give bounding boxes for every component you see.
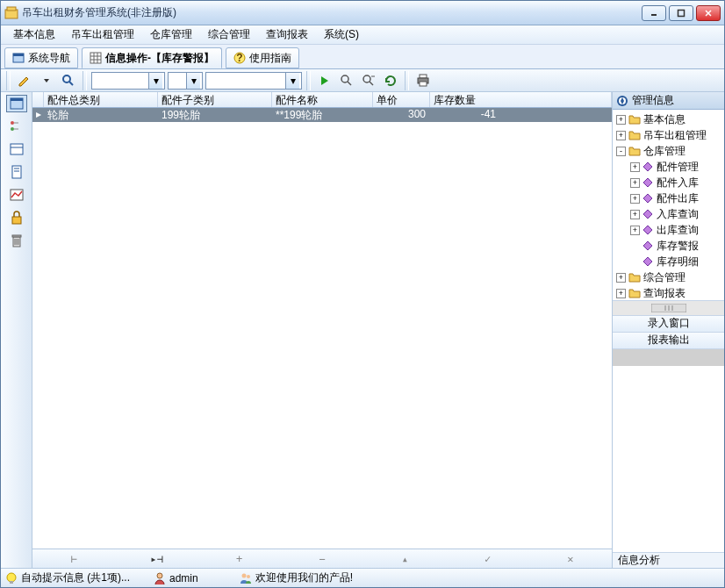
tree-label: 入库查询 (657, 207, 699, 222)
view-list-button[interactable] (6, 140, 27, 158)
expand-icon[interactable]: + (616, 289, 626, 298)
bulb-icon (4, 571, 18, 585)
edit-button[interactable] (15, 71, 34, 90)
chevron-down-icon[interactable]: ▾ (148, 73, 162, 89)
col-3[interactable]: 单价 (373, 92, 430, 107)
tab-guide[interactable]: ? 使用指南 (226, 47, 299, 68)
close-button[interactable] (696, 5, 721, 21)
search-one-button[interactable] (359, 71, 378, 90)
view-lock-button[interactable] (6, 209, 27, 226)
tree-node[interactable]: +综合管理 (613, 269, 724, 285)
window-buttons (642, 5, 721, 21)
menu-system[interactable]: 系统(S) (317, 25, 366, 44)
tree-node[interactable]: 库存明细 (613, 254, 724, 269)
tree-node[interactable]: +配件管理 (613, 159, 724, 175)
nav-cancel[interactable]: ✕ (553, 553, 588, 565)
help-icon: ? (233, 52, 246, 64)
status-tip[interactable]: 自动提示信息 (共1项)... (4, 570, 130, 585)
view-tree-button[interactable] (6, 118, 27, 135)
tree-node[interactable]: +入库查询 (613, 206, 724, 222)
chevron-down-icon[interactable]: ▾ (186, 73, 200, 89)
menu-basic[interactable]: 基本信息 (6, 25, 62, 44)
menu-crane[interactable]: 吊车出租管理 (64, 25, 141, 44)
tree-node[interactable]: 库存警报 (613, 238, 724, 254)
svg-line-18 (348, 82, 351, 85)
info-analysis-label[interactable]: 信息分析 (613, 552, 724, 568)
expand-icon[interactable]: + (616, 115, 626, 125)
view-chart-button[interactable] (6, 186, 27, 204)
tree-node[interactable]: +配件入库 (613, 175, 724, 190)
col-4[interactable]: 库存数量 (430, 92, 612, 107)
menu-report[interactable]: 查询报表 (259, 25, 315, 44)
nav-add[interactable]: + (222, 553, 257, 565)
view-window-button[interactable] (6, 95, 27, 112)
search-all-button[interactable] (337, 71, 356, 90)
expand-icon[interactable]: + (630, 162, 640, 172)
user-icon (153, 571, 167, 585)
minimize-button[interactable] (642, 5, 666, 21)
tree-node[interactable]: -仓库管理 (613, 143, 724, 159)
expand-icon[interactable]: + (630, 210, 640, 219)
nav-post[interactable]: ✓ (470, 553, 506, 565)
svg-point-52 (241, 573, 246, 577)
print-button[interactable] (413, 71, 433, 90)
col-1[interactable]: 配件子类别 (158, 92, 272, 107)
svg-point-19 (363, 75, 370, 82)
grid-row[interactable]: ▸ 轮胎 199轮胎 **199轮胎 300 -41 (32, 108, 612, 122)
combo-3[interactable]: ▾ (205, 72, 302, 90)
menu-warehouse[interactable]: 仓库管理 (143, 25, 199, 44)
expand-icon[interactable]: + (616, 131, 626, 140)
combo-1-input[interactable] (92, 75, 148, 87)
view-trash-button[interactable] (6, 232, 27, 249)
nav-tree[interactable]: +基本信息+吊车出租管理-仓库管理+配件管理+配件入库+配件出库+入库查询+出库… (613, 110, 724, 300)
grid-body[interactable]: ▸ 轮胎 199轮胎 **199轮胎 300 -41 (32, 108, 612, 549)
expand-icon[interactable]: + (616, 273, 626, 283)
tree-node[interactable]: +基本信息 (613, 111, 724, 127)
refresh-button[interactable] (381, 71, 400, 90)
nav-first[interactable]: ⊢ (56, 553, 91, 565)
report-output-button[interactable]: 报表输出 (613, 333, 724, 349)
status-user: admin (153, 571, 198, 585)
h-scrollbar[interactable] (613, 300, 724, 316)
find-button[interactable] (59, 71, 78, 90)
expand-icon[interactable]: + (630, 226, 640, 235)
run-button[interactable] (315, 71, 334, 90)
combo-3-input[interactable] (206, 75, 285, 87)
tree-node[interactable]: +查询报表 (613, 285, 724, 300)
tree-label: 出库查询 (657, 223, 699, 238)
tab-nav[interactable]: 系统导航 (4, 47, 78, 68)
input-window-button[interactable]: 录入窗口 (613, 316, 724, 333)
row-marker: ▸ (32, 108, 44, 122)
chevron-down-icon[interactable]: ▾ (285, 73, 299, 89)
svg-rect-50 (10, 581, 13, 584)
tree-node[interactable]: +配件出库 (613, 190, 724, 206)
combo-2-input[interactable] (169, 75, 186, 87)
grid-header: 配件总类别 配件子类别 配件名称 单价 库存数量 (32, 92, 612, 108)
view-doc-button[interactable] (6, 163, 27, 181)
maximize-button[interactable] (669, 5, 693, 21)
nav-del[interactable]: − (305, 553, 340, 565)
nav-edit[interactable]: ▴ (387, 553, 422, 565)
col-2[interactable]: 配件名称 (272, 92, 373, 107)
col-0[interactable]: 配件总类别 (44, 92, 158, 107)
data-grid: 配件总类别 配件子类别 配件名称 单价 库存数量 ▸ 轮胎 199轮胎 **19… (32, 92, 612, 568)
menu-composite[interactable]: 综合管理 (201, 25, 257, 44)
expand-icon[interactable]: + (630, 178, 640, 188)
tree-node[interactable]: +出库查询 (613, 222, 724, 238)
edit-dropdown[interactable] (37, 71, 56, 90)
combo-1[interactable]: ▾ (91, 72, 165, 90)
compass-icon (616, 95, 628, 107)
expand-icon[interactable]: - (616, 147, 626, 156)
nav-prev[interactable]: ▸⊣ (139, 553, 174, 565)
svg-rect-26 (11, 98, 23, 101)
svg-point-15 (63, 75, 70, 82)
tab-info[interactable]: 信息操作-【库存警报】 (82, 47, 222, 68)
svg-point-17 (341, 75, 348, 82)
tree-node[interactable]: +吊车出租管理 (613, 127, 724, 143)
svg-point-51 (157, 573, 162, 578)
expand-icon[interactable]: + (630, 194, 640, 204)
tree-label: 配件出库 (657, 191, 699, 206)
combo-2[interactable]: ▾ (168, 72, 203, 90)
tree-label: 基本信息 (643, 112, 686, 127)
svg-rect-7 (13, 54, 24, 56)
